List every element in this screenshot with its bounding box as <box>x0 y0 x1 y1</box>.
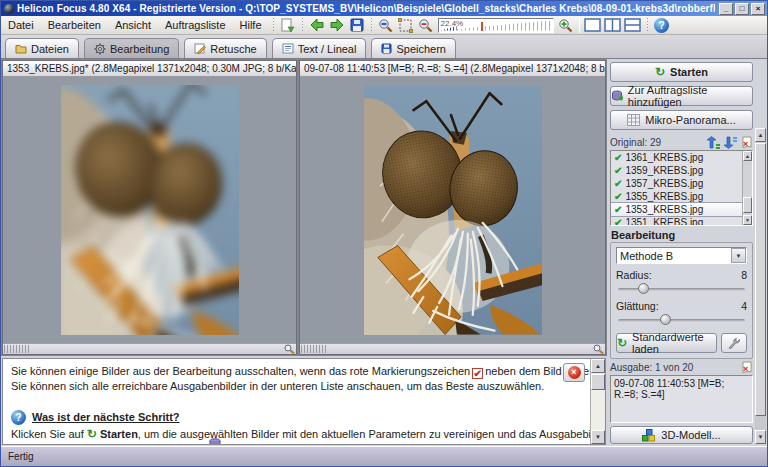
zoom-out-icon[interactable] <box>417 17 435 33</box>
result-pane-scrollbar[interactable] <box>300 343 605 354</box>
select-region-icon[interactable] <box>397 17 415 33</box>
new-project-icon[interactable] <box>279 17 297 33</box>
tab-speichern[interactable]: Speichern <box>371 38 456 58</box>
sort-up-icon[interactable] <box>706 136 720 149</box>
tab-retusche[interactable]: Retusche <box>184 38 266 58</box>
check-icon[interactable]: ✔ <box>614 218 622 227</box>
file-row[interactable]: ✔1355_KREBS.jpg <box>611 190 752 203</box>
smoothing-slider[interactable] <box>618 313 745 326</box>
file-row[interactable]: ✔1361_KREBS.jpg <box>611 151 752 164</box>
menu-auftragsliste[interactable]: Auftragsliste <box>158 16 233 34</box>
source-image-canvas[interactable] <box>3 77 296 343</box>
check-icon[interactable]: ✔ <box>614 153 622 163</box>
radius-value: 8 <box>741 269 747 281</box>
navigator-icon[interactable] <box>593 344 604 354</box>
menu-datei[interactable]: Datei <box>1 16 41 34</box>
file-row[interactable]: ✔1359_KREBS.jpg <box>611 164 752 177</box>
close-button[interactable]: × <box>751 3 765 15</box>
chevron-down-icon[interactable]: ▼ <box>731 248 746 263</box>
text-icon <box>282 43 294 54</box>
navigator-icon[interactable] <box>284 344 295 354</box>
scroll-down-arrow[interactable]: ▼ <box>591 430 605 444</box>
sort-down-icon[interactable] <box>723 136 737 149</box>
check-icon[interactable]: ✔ <box>614 192 622 202</box>
scroll-up-arrow[interactable]: ▲ <box>591 359 605 373</box>
zoom-slider[interactable]: 22.4% <box>438 18 554 33</box>
result-image-pane: 09-07-08 11:40:53 [M=B; R.=8; S.=4] (2.8… <box>299 60 606 355</box>
radius-slider[interactable] <box>618 282 745 295</box>
tab-bar: Dateien Bearbeitung Retusche Text / Line… <box>1 35 767 59</box>
output-list[interactable]: 09-07-08 11:40:53 [M=B; R.=8; S.=4] <box>610 375 753 423</box>
radius-slider-thumb[interactable] <box>638 283 649 294</box>
save-icon[interactable] <box>348 17 366 33</box>
check-icon[interactable]: ✔ <box>614 166 622 176</box>
layout-single-icon[interactable] <box>584 17 602 33</box>
h-scroll-thumb[interactable] <box>301 345 327 353</box>
h-scroll-thumb[interactable] <box>4 345 30 353</box>
zoom-actual-icon[interactable] <box>377 17 395 33</box>
source-pane-scrollbar[interactable] <box>3 343 296 354</box>
scroll-down-arrow[interactable]: ▼ <box>755 430 766 444</box>
zoom-marker[interactable] <box>481 22 483 31</box>
window-title: Helicon Focus 4.80 X64 - Registrierte Ve… <box>17 3 715 14</box>
start-icon: ↻ <box>655 65 665 79</box>
file-row[interactable]: ✔1357_KREBS.jpg <box>611 177 752 190</box>
settings-wrench-button[interactable] <box>721 333 747 353</box>
tab-bearbeitung[interactable]: Bearbeitung <box>84 38 179 58</box>
menu-hilfe[interactable]: Hilfe <box>233 16 269 34</box>
method-select[interactable]: Methode B ▼ <box>616 247 747 264</box>
output-row[interactable]: 09-07-08 11:40:53 [M=B; R.=8; S.=4] <box>614 378 749 400</box>
tab-text-lineal[interactable]: Text / Lineal <box>272 38 367 58</box>
layout-two-rows-icon[interactable] <box>624 17 642 33</box>
panel-scrollbar[interactable]: ▲ ▼ <box>755 128 766 444</box>
close-hints-button[interactable]: × <box>563 363 585 382</box>
scroll-up-arrow[interactable]: ▲ <box>755 128 766 142</box>
model-3d-button[interactable]: 3D-Modell... <box>610 426 753 444</box>
micro-panorama-button[interactable]: Mikro-Panorama... <box>610 110 753 130</box>
scroll-thumb[interactable] <box>743 197 752 213</box>
smoothing-label: Glättung: <box>616 300 659 312</box>
help-icon[interactable]: ? <box>653 17 671 33</box>
file-row-selected[interactable]: ✔1353_KREBS.jpg <box>611 203 752 216</box>
close-icon: × <box>568 366 581 379</box>
source-photo[interactable] <box>61 85 239 335</box>
result-image-canvas[interactable] <box>300 77 605 343</box>
file-row[interactable]: ✔1351_KREBS.jpg <box>611 216 752 226</box>
add-to-queue-button[interactable]: Zur Auftragsliste hinzufügen <box>610 86 753 106</box>
result-image-header: 09-07-08 11:40:53 [M=B; R.=8; S.=4] (2.8… <box>300 61 605 77</box>
folder-icon <box>15 44 27 54</box>
scroll-down-arrow[interactable]: ▼ <box>743 215 752 225</box>
menu-bearbeiten[interactable]: Bearbeiten <box>41 16 108 34</box>
source-file-list[interactable]: ✔1361_KREBS.jpg ✔1359_KREBS.jpg ✔1357_KR… <box>610 150 753 226</box>
forward-icon[interactable] <box>328 17 346 33</box>
scroll-up-arrow[interactable]: ▲ <box>743 151 752 161</box>
check-icon[interactable]: ✔ <box>614 205 622 215</box>
tab-dateien[interactable]: Dateien <box>5 38 79 58</box>
result-photo[interactable] <box>364 85 542 335</box>
app-window: Helicon Focus 4.80 X64 - Registrierte Ve… <box>0 0 768 467</box>
exclude-script-icon[interactable]: × <box>740 361 753 374</box>
check-icon[interactable]: ✔ <box>614 179 622 189</box>
app-icon <box>4 4 14 14</box>
toolbar-handle <box>271 18 276 32</box>
maximize-button[interactable]: □ <box>735 3 749 15</box>
start-button[interactable]: ↻ Starten <box>610 62 753 82</box>
file-list-scrollbar[interactable]: ▲ ▼ <box>742 151 752 225</box>
status-text: Fertig <box>8 451 34 462</box>
minimize-button[interactable]: _ <box>719 3 733 15</box>
processing-group-title: Bearbeitung <box>611 229 753 241</box>
wrench-icon <box>727 337 741 350</box>
exclude-script-icon[interactable]: × <box>740 136 753 149</box>
smoothing-value: 4 <box>741 300 747 312</box>
hints-scrollbar[interactable]: ▲ ▼ <box>590 359 605 444</box>
zoom-in-icon[interactable] <box>557 17 575 33</box>
hints-panel: Sie können einige Bilder aus der Bearbei… <box>2 358 606 445</box>
menu-ansicht[interactable]: Ansicht <box>108 16 158 34</box>
scroll-thumb[interactable] <box>591 374 605 390</box>
smoothing-slider-thumb[interactable] <box>660 314 671 325</box>
load-defaults-button[interactable]: ↻ Standardwerte laden <box>616 333 717 353</box>
back-icon[interactable] <box>308 17 326 33</box>
scroll-thumb[interactable] <box>755 143 766 416</box>
title-bar[interactable]: Helicon Focus 4.80 X64 - Registrierte Ve… <box>1 1 767 16</box>
layout-two-columns-icon[interactable] <box>604 17 622 33</box>
